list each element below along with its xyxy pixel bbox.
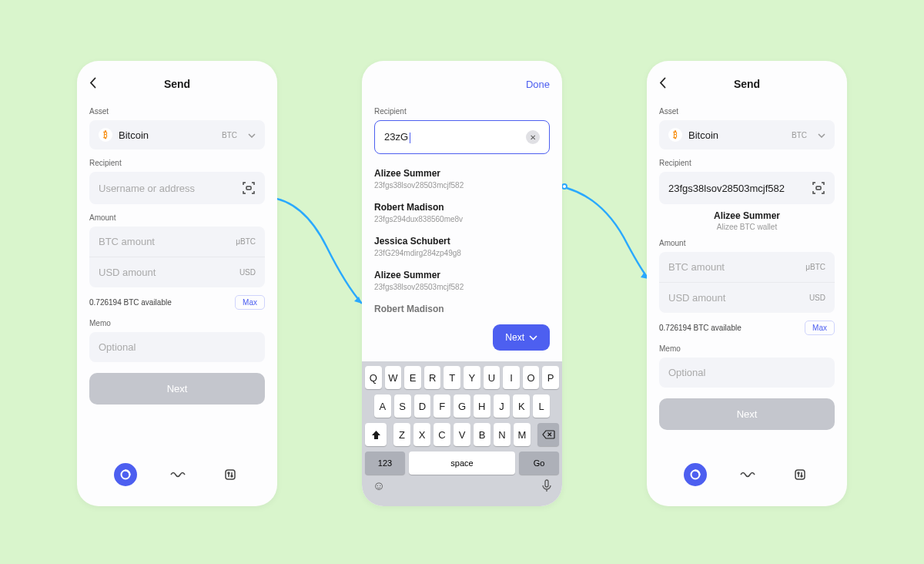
recipient-wallet: Alizee BTC wallet: [659, 223, 835, 231]
key-q[interactable]: Q: [365, 366, 382, 389]
header: Send: [89, 75, 265, 93]
tab-settings-icon[interactable]: [220, 465, 240, 485]
search-value: 23zG: [384, 131, 526, 143]
memo-input[interactable]: Optional: [659, 358, 835, 388]
key-m[interactable]: M: [514, 423, 531, 446]
key-h[interactable]: H: [474, 394, 490, 418]
next-button[interactable]: Next: [659, 398, 835, 430]
tab-home-icon[interactable]: [684, 463, 707, 486]
available-row: 0.726194 BTC available Max: [659, 321, 835, 335]
recipient-search-input[interactable]: 23zG ✕: [374, 120, 550, 154]
bitcoin-icon: ₿: [99, 128, 112, 142]
key-d[interactable]: D: [414, 394, 431, 418]
tab-activity-icon[interactable]: [738, 465, 758, 485]
next-button[interactable]: Next: [493, 324, 550, 351]
recipient-value: 23fgs38lsov28503mcjf582: [668, 183, 812, 194]
key-l[interactable]: L: [533, 394, 550, 418]
svg-point-14: [801, 475, 802, 477]
usd-amount-input[interactable]: USD amount USD: [89, 257, 265, 287]
key-n[interactable]: N: [494, 423, 511, 446]
memo-input[interactable]: Optional: [89, 332, 265, 362]
key-e[interactable]: E: [404, 366, 421, 389]
max-button[interactable]: Max: [235, 295, 265, 310]
svg-rect-0: [246, 186, 251, 190]
asset-label: Asset: [89, 107, 265, 116]
space-key[interactable]: space: [409, 452, 515, 475]
key-u[interactable]: U: [484, 366, 500, 389]
tab-settings-icon[interactable]: [790, 465, 810, 485]
svg-rect-2: [226, 470, 235, 479]
key-x[interactable]: X: [413, 423, 430, 446]
recipient-label: Recipient: [659, 159, 835, 167]
amount-label: Amount: [89, 213, 265, 222]
key-g[interactable]: G: [454, 394, 470, 418]
recipient-info: Alizee Summer Alizee BTC wallet: [659, 210, 835, 231]
contact-item[interactable]: Jessica Schubert 23fG294mdirg284zp49g8: [374, 230, 550, 264]
contact-item[interactable]: Alizee Summer 23fgs38lsov28503mcjf582: [374, 162, 550, 196]
bitcoin-icon: ₿: [668, 128, 682, 142]
key-p[interactable]: P: [542, 366, 559, 389]
amount-inputs: BTC amount μBTC USD amount USD: [659, 252, 835, 313]
recipient-input[interactable]: 23fgs38lsov28503mcjf582: [659, 172, 835, 204]
emoji-icon[interactable]: ☺: [373, 479, 385, 495]
key-k[interactable]: K: [513, 394, 530, 418]
available-balance: 0.726194 BTC available: [659, 324, 742, 332]
key-w[interactable]: W: [385, 366, 402, 389]
contact-item[interactable]: Robert Madison 23fgs294dux838560me8v: [374, 196, 550, 230]
btc-amount-input[interactable]: BTC amount μBTC: [89, 227, 265, 257]
btc-amount-input[interactable]: BTC amount μBTC: [659, 252, 835, 283]
key-f[interactable]: F: [434, 394, 450, 418]
tab-home-icon[interactable]: [114, 463, 137, 486]
key-y[interactable]: Y: [464, 366, 480, 389]
amount-label: Amount: [659, 239, 835, 247]
svg-point-12: [798, 472, 799, 474]
key-o[interactable]: O: [523, 366, 540, 389]
recipient-input[interactable]: Username or address: [89, 172, 265, 204]
screen-send-initial: Send Asset ₿ Bitcoin BTC Recipient Usern…: [77, 61, 277, 506]
tab-bar: [89, 457, 265, 492]
next-button[interactable]: Next: [89, 373, 265, 405]
key-v[interactable]: V: [454, 423, 470, 446]
backspace-key[interactable]: [537, 423, 559, 446]
back-icon[interactable]: [659, 76, 666, 92]
memo-label: Memo: [89, 319, 265, 327]
svg-rect-8: [816, 186, 821, 190]
key-r[interactable]: R: [424, 366, 441, 389]
asset-ticker: BTC: [222, 131, 237, 139]
qr-scan-icon[interactable]: [242, 181, 256, 195]
asset-name: Bitcoin: [688, 129, 785, 141]
contact-item[interactable]: Alizee Summer 23fgs38lsov28503mcjf582: [374, 264, 550, 297]
memo-label: Memo: [659, 344, 835, 353]
key-j[interactable]: J: [494, 394, 511, 418]
usd-amount-input[interactable]: USD amount USD: [659, 283, 835, 313]
contact-item[interactable]: Robert Madison: [374, 297, 550, 321]
key-z[interactable]: Z: [393, 423, 410, 446]
back-icon[interactable]: [89, 76, 96, 92]
key-t[interactable]: T: [444, 366, 460, 389]
key-i[interactable]: I: [503, 366, 520, 389]
keyboard: QWERTYUIOP ASDFGHJKL ZXCVBNM 123 space G…: [362, 361, 562, 506]
amount-inputs: BTC amount μBTC USD amount USD: [89, 227, 265, 287]
qr-scan-icon[interactable]: [812, 181, 825, 195]
key-b[interactable]: B: [474, 423, 490, 446]
asset-selector[interactable]: ₿ Bitcoin BTC: [89, 120, 265, 149]
asset-selector[interactable]: ₿ Bitcoin BTC: [659, 120, 835, 149]
key-a[interactable]: A: [374, 394, 391, 418]
key-s[interactable]: S: [394, 394, 411, 418]
shift-key[interactable]: [365, 423, 387, 446]
svg-rect-7: [545, 480, 548, 487]
done-button[interactable]: Done: [526, 79, 550, 90]
chevron-down-icon: [248, 130, 256, 139]
recipient-label: Recipient: [374, 107, 550, 116]
asset-label: Asset: [659, 107, 835, 116]
mic-icon[interactable]: [542, 479, 551, 495]
tab-activity-icon[interactable]: [169, 465, 189, 485]
recipient-name: Alizee Summer: [659, 210, 835, 221]
max-button[interactable]: Max: [805, 321, 835, 335]
numbers-key[interactable]: 123: [365, 452, 405, 475]
clear-icon[interactable]: ✕: [526, 130, 540, 144]
key-c[interactable]: C: [434, 423, 450, 446]
asset-ticker: BTC: [792, 131, 807, 139]
asset-name: Bitcoin: [119, 129, 216, 141]
go-key[interactable]: Go: [519, 452, 559, 475]
